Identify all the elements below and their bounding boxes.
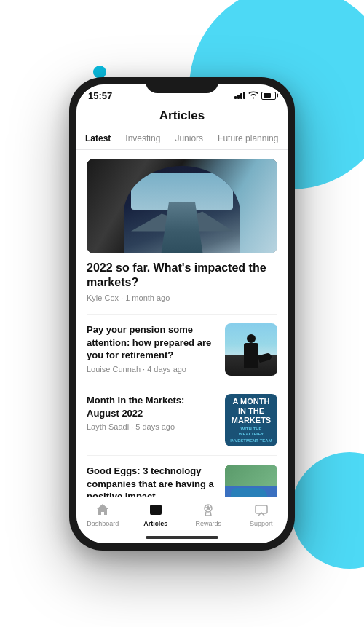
svg-rect-1 xyxy=(152,507,159,508)
article-title-markets: Month in the Markets: August 2022 xyxy=(87,394,218,419)
megaphone xyxy=(258,352,272,363)
article-title-eggs: Good Eggs: 3 technology companies that a… xyxy=(87,465,218,496)
app-header: Articles xyxy=(76,104,288,129)
article-thumb-eggs xyxy=(225,465,277,496)
phone-wrapper: 15:57 xyxy=(69,77,295,551)
wifi-icon xyxy=(248,91,258,100)
hero-image xyxy=(87,159,277,253)
article-thumb-pension xyxy=(225,323,277,376)
status-time: 15:57 xyxy=(88,90,112,101)
phone-screen: 15:57 xyxy=(76,84,288,543)
nav-dashboard[interactable]: Dashboard xyxy=(83,502,123,527)
articles-icon xyxy=(148,502,164,518)
home-icon xyxy=(95,502,111,518)
svg-rect-3 xyxy=(152,511,157,513)
mirror-shape xyxy=(124,166,240,253)
article-item-pension[interactable]: Pay your pension some attention: how pre… xyxy=(87,314,277,385)
hero-article[interactable]: 2022 so far. What's impacted the markets… xyxy=(87,159,277,303)
battery-fill xyxy=(264,93,272,98)
tab-latest[interactable]: Latest xyxy=(82,129,114,149)
tab-future-planning[interactable]: Future planning xyxy=(215,129,281,149)
battery-icon xyxy=(261,92,276,100)
mirror-road xyxy=(160,202,204,253)
signal-bar-3 xyxy=(240,93,242,99)
content-area: 2022 so far. What's impacted the markets… xyxy=(76,150,288,497)
markets-text: A MONTH IN THE MARKETS WITH THE WEALTHIF… xyxy=(229,397,273,444)
signal-bars xyxy=(234,92,245,99)
article-meta-pension: Louise Cunnah · 4 days ago xyxy=(87,365,218,374)
nav-dashboard-label: Dashboard xyxy=(87,520,119,527)
article-meta-markets: Layth Saadi · 5 days ago xyxy=(87,422,218,431)
article-item-eggs[interactable]: Good Eggs: 3 technology companies that a… xyxy=(87,455,277,496)
article-title-pension: Pay your pension some attention: how pre… xyxy=(87,323,218,362)
home-bar xyxy=(146,536,218,539)
thumb-car xyxy=(231,488,267,496)
tabs-container: Latest Investing Juniors Future planning… xyxy=(76,129,288,150)
svg-rect-2 xyxy=(152,509,159,510)
nav-rewards[interactable]: Rewards xyxy=(189,502,229,527)
hero-meta: Kyle Cox · 1 month ago xyxy=(87,293,277,302)
tab-juniors[interactable]: Juniors xyxy=(172,129,206,149)
article-text-pension: Pay your pension some attention: how pre… xyxy=(87,323,218,374)
article-text-markets: Month in the Markets: August 2022 Layth … xyxy=(87,394,218,431)
hero-title: 2022 so far. What's impacted the markets… xyxy=(87,261,277,291)
phone-outer: 15:57 xyxy=(69,77,295,551)
hero-image-inner xyxy=(87,159,277,253)
support-icon xyxy=(253,502,269,518)
pension-figure xyxy=(244,343,258,368)
signal-bar-1 xyxy=(234,96,237,99)
signal-bar-2 xyxy=(237,95,240,99)
tab-investing[interactable]: Investing xyxy=(122,129,163,149)
nav-support-label: Support xyxy=(250,520,273,527)
home-indicator xyxy=(76,533,288,543)
status-icons xyxy=(234,91,276,100)
article-thumb-markets: A MONTH IN THE MARKETS WITH THE WEALTHIF… xyxy=(225,394,277,446)
nav-support[interactable]: Support xyxy=(241,502,281,527)
article-item-markets[interactable]: Month in the Markets: August 2022 Layth … xyxy=(87,385,277,455)
background-blob-bottom xyxy=(291,452,364,569)
notch xyxy=(146,77,218,93)
article-text-eggs: Good Eggs: 3 technology companies that a… xyxy=(87,465,218,496)
nav-articles-label: Articles xyxy=(143,520,167,527)
signal-bar-4 xyxy=(243,92,245,99)
page-title: Articles xyxy=(88,109,276,123)
nav-rewards-label: Rewards xyxy=(195,520,221,527)
bottom-nav: Dashboard Articles xyxy=(76,497,288,533)
pension-head xyxy=(247,334,256,343)
rewards-icon xyxy=(200,502,216,518)
nav-articles[interactable]: Articles xyxy=(135,502,175,527)
